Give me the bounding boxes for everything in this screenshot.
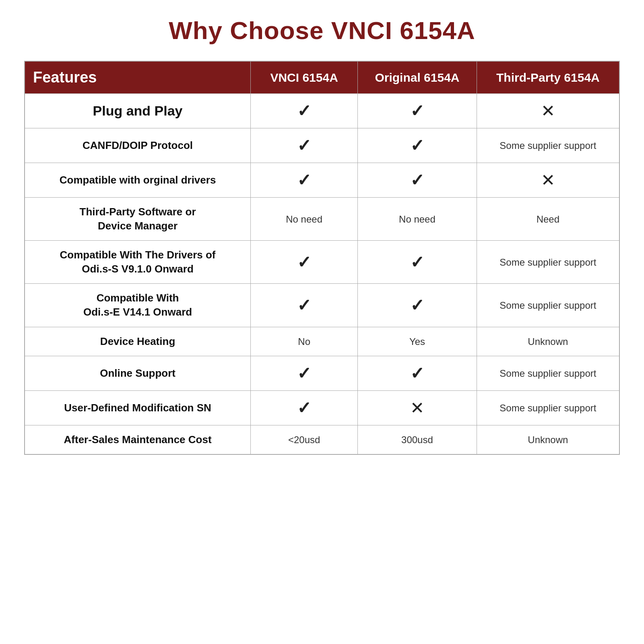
- text-value: Some supplier support: [500, 300, 596, 311]
- third-party-value-cell: Some supplier support: [477, 284, 619, 327]
- check-icon: ✓: [297, 101, 311, 120]
- original-value-cell: ✓: [358, 241, 477, 284]
- table-row: Compatible With The Drivers ofOdi.s-S V9…: [25, 241, 619, 284]
- feature-name-cell: Device Heating: [25, 327, 251, 356]
- original-value-cell: ✓: [358, 356, 477, 390]
- vnci-value-cell: No need: [251, 198, 358, 241]
- cross-icon: ✕: [410, 398, 424, 417]
- col-original-header: Original 6154A: [358, 61, 477, 94]
- feature-name-cell: Compatible with orginal drivers: [25, 163, 251, 198]
- check-icon: ✓: [410, 364, 424, 383]
- feature-name-cell: Third-Party Software orDevice Manager: [25, 198, 251, 241]
- original-value-cell: ✓: [358, 128, 477, 163]
- original-value-cell: Yes: [358, 327, 477, 356]
- feature-name-cell: CANFD/DOIP Protocol: [25, 128, 251, 163]
- vnci-value-cell: ✓: [251, 163, 358, 198]
- text-value: Unknown: [528, 434, 568, 445]
- third-party-value-cell: Some supplier support: [477, 390, 619, 425]
- text-value: 300usd: [401, 434, 433, 445]
- check-icon: ✓: [410, 253, 424, 272]
- page-title: Why Choose VNCI 6154A: [169, 16, 475, 45]
- feature-name-cell: Compatible With The Drivers ofOdi.s-S V9…: [25, 241, 251, 284]
- table-row: Online Support✓✓Some supplier support: [25, 356, 619, 390]
- check-icon: ✓: [410, 171, 424, 190]
- comparison-table: Features VNCI 6154A Original 6154A Third…: [24, 61, 620, 455]
- table-row: Compatible with orginal drivers✓✓✕: [25, 163, 619, 198]
- original-value-cell: ✓: [358, 163, 477, 198]
- table-header-row: Features VNCI 6154A Original 6154A Third…: [25, 61, 619, 94]
- table-row: Compatible WithOdi.s-E V14.1 Onward✓✓Som…: [25, 284, 619, 327]
- features-header: Features: [25, 61, 251, 94]
- original-value-cell: 300usd: [358, 425, 477, 454]
- third-party-value-cell: Some supplier support: [477, 128, 619, 163]
- original-value-cell: No need: [358, 198, 477, 241]
- original-value-cell: ✓: [358, 94, 477, 128]
- third-party-value-cell: Unknown: [477, 327, 619, 356]
- cross-icon: ✕: [541, 101, 555, 120]
- table-row: Device HeatingNoYesUnknown: [25, 327, 619, 356]
- check-icon: ✓: [297, 398, 311, 417]
- text-value: Some supplier support: [500, 402, 596, 413]
- check-icon: ✓: [410, 136, 424, 155]
- feature-name-cell: User-Defined Modification SN: [25, 390, 251, 425]
- text-value: Some supplier support: [500, 368, 596, 379]
- vnci-value-cell: ✓: [251, 128, 358, 163]
- text-value: No: [298, 336, 310, 347]
- table-row: User-Defined Modification SN✓✕Some suppl…: [25, 390, 619, 425]
- check-icon: ✓: [297, 136, 311, 155]
- text-value: Yes: [409, 336, 425, 347]
- third-party-value-cell: ✕: [477, 94, 619, 128]
- text-value: Unknown: [528, 336, 568, 347]
- vnci-value-cell: ✓: [251, 241, 358, 284]
- text-value: <20usd: [288, 434, 320, 445]
- feature-name-cell: After-Sales Maintenance Cost: [25, 425, 251, 454]
- vnci-value-cell: ✓: [251, 356, 358, 390]
- text-value: No need: [399, 214, 436, 225]
- feature-name-cell: Compatible WithOdi.s-E V14.1 Onward: [25, 284, 251, 327]
- original-value-cell: ✓: [358, 284, 477, 327]
- third-party-value-cell: ✕: [477, 163, 619, 198]
- table-row: Plug and Play✓✓✕: [25, 94, 619, 128]
- table-row: After-Sales Maintenance Cost<20usd300usd…: [25, 425, 619, 454]
- third-party-value-cell: Some supplier support: [477, 356, 619, 390]
- check-icon: ✓: [297, 171, 311, 190]
- check-icon: ✓: [297, 364, 311, 383]
- feature-name-cell: Online Support: [25, 356, 251, 390]
- col-vnci-header: VNCI 6154A: [251, 61, 358, 94]
- original-value-cell: ✕: [358, 390, 477, 425]
- text-value: Need: [537, 214, 559, 225]
- check-icon: ✓: [410, 101, 424, 120]
- third-party-value-cell: Some supplier support: [477, 241, 619, 284]
- table-row: CANFD/DOIP Protocol✓✓Some supplier suppo…: [25, 128, 619, 163]
- vnci-value-cell: ✓: [251, 390, 358, 425]
- feature-name-cell: Plug and Play: [25, 94, 251, 128]
- vnci-value-cell: No: [251, 327, 358, 356]
- text-value: No need: [286, 214, 322, 225]
- text-value: Some supplier support: [500, 257, 596, 268]
- check-icon: ✓: [410, 296, 424, 315]
- vnci-value-cell: ✓: [251, 94, 358, 128]
- third-party-value-cell: Unknown: [477, 425, 619, 454]
- col-third-header: Third-Party 6154A: [477, 61, 619, 94]
- table-row: Third-Party Software orDevice ManagerNo …: [25, 198, 619, 241]
- cross-icon: ✕: [541, 171, 555, 190]
- check-icon: ✓: [297, 253, 311, 272]
- vnci-value-cell: <20usd: [251, 425, 358, 454]
- vnci-value-cell: ✓: [251, 284, 358, 327]
- check-icon: ✓: [297, 296, 311, 315]
- third-party-value-cell: Need: [477, 198, 619, 241]
- text-value: Some supplier support: [500, 140, 596, 151]
